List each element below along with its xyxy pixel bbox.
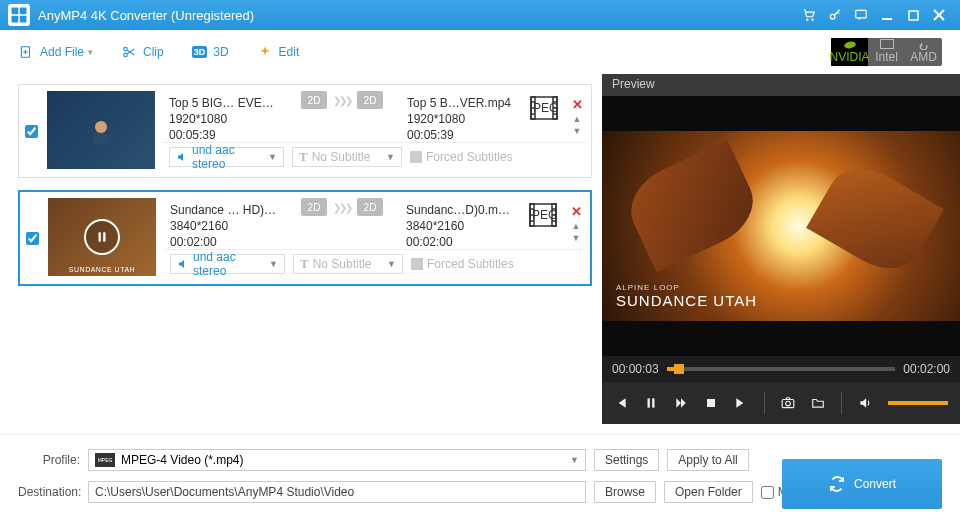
svg-point-5 <box>812 19 813 20</box>
remove-icon[interactable]: ✕ <box>572 97 583 112</box>
apply-all-button[interactable]: Apply to All <box>667 449 748 471</box>
item-checkbox[interactable] <box>25 125 38 138</box>
preview-panel: Preview ALPINE LOOP SUNDANCE UTAH 00:00:… <box>602 74 960 424</box>
destination-input[interactable] <box>88 481 586 503</box>
add-file-button[interactable]: Add File ▾ <box>18 44 93 60</box>
clip-label: Clip <box>143 45 164 59</box>
file-list: Top 5 BIG… EVER.MP4 1920*1080 00:05:39 2… <box>0 74 602 424</box>
subtitle-icon: T <box>300 256 309 272</box>
svg-rect-16 <box>93 133 109 145</box>
clip-button[interactable]: Clip <box>121 44 164 60</box>
audio-select[interactable]: und aac stereo ▼ <box>170 254 285 274</box>
move-down-icon[interactable]: ▼ <box>573 126 582 136</box>
svg-point-14 <box>124 53 128 57</box>
speaker-icon <box>177 258 189 270</box>
key-icon[interactable] <box>822 2 848 28</box>
titlebar: AnyMP4 4K Converter (Unregistered) <box>0 0 960 30</box>
nvidia-badge[interactable]: NVIDIA <box>831 38 868 66</box>
svg-rect-41 <box>707 399 715 407</box>
amd-badge[interactable]: AMD <box>905 38 942 66</box>
svg-point-6 <box>830 14 835 19</box>
prev-button[interactable] <box>614 396 628 410</box>
edit-button[interactable]: Edit <box>257 44 300 60</box>
thumbnail[interactable] <box>47 91 155 169</box>
snapshot-button[interactable] <box>781 396 795 410</box>
format-icon[interactable]: MPEG4 <box>529 95 559 121</box>
svg-rect-40 <box>652 398 654 407</box>
mpeg-icon <box>95 453 115 467</box>
pause-button[interactable] <box>644 396 658 410</box>
app-title: AnyMP4 4K Converter (Unregistered) <box>38 8 796 23</box>
hw-accel-badges: NVIDIA Intel AMD <box>831 38 942 66</box>
edit-label: Edit <box>279 45 300 59</box>
convert-button[interactable]: Convert <box>782 459 942 509</box>
dest-info: Top 5 B…VER.mp4 1920*1080 00:05:39 <box>401 91 521 147</box>
svg-text:MPEG4: MPEG4 <box>530 101 558 115</box>
move-up-icon[interactable]: ▲ <box>573 114 582 124</box>
svg-point-4 <box>807 19 808 20</box>
open-folder-button[interactable]: Open Folder <box>664 481 753 503</box>
volume-slider[interactable] <box>888 401 948 405</box>
list-item[interactable]: SUNDANCE UTAH Sundance … HD)0.avi 3840*2… <box>18 190 592 286</box>
feedback-icon[interactable] <box>848 2 874 28</box>
svg-rect-3 <box>20 16 27 23</box>
preview-title: Preview <box>602 74 960 96</box>
item-checkbox[interactable] <box>26 232 39 245</box>
thumbnail[interactable]: SUNDANCE UTAH <box>48 198 156 276</box>
app-logo <box>8 4 30 26</box>
sparkle-icon <box>257 44 273 60</box>
remove-icon[interactable]: ✕ <box>571 204 582 219</box>
next-button[interactable] <box>734 396 748 410</box>
2d-badge[interactable]: 2D <box>357 91 383 109</box>
plus-icon <box>18 44 34 60</box>
time-current: 00:00:03 <box>612 362 659 376</box>
play-icon <box>84 219 120 255</box>
forced-subtitles: Forced Subtitles <box>410 150 513 164</box>
subtitle-select[interactable]: T No Subtitle ▼ <box>293 254 403 274</box>
subtitle-icon: T <box>299 149 308 165</box>
convert-icon <box>828 475 846 493</box>
2d-badge[interactable]: 2D <box>301 198 327 216</box>
toolbar: Add File ▾ Clip 3D 3D Edit NVIDIA Intel … <box>0 30 960 74</box>
svg-rect-28 <box>103 232 105 241</box>
snapshot-folder-button[interactable] <box>811 396 825 410</box>
maximize-button[interactable] <box>900 2 926 28</box>
profile-select[interactable]: MPEG-4 Video (*.mp4) ▼ <box>88 449 586 471</box>
profile-label: Profile: <box>18 453 80 467</box>
svg-rect-1 <box>20 8 27 15</box>
audio-select[interactable]: und aac stereo ▼ <box>169 147 284 167</box>
3d-button[interactable]: 3D 3D <box>192 45 229 59</box>
2d-badge[interactable]: 2D <box>301 91 327 109</box>
volume-icon[interactable] <box>858 396 872 410</box>
svg-point-43 <box>786 401 791 406</box>
list-item[interactable]: Top 5 BIG… EVER.MP4 1920*1080 00:05:39 2… <box>18 84 592 178</box>
cart-icon[interactable] <box>796 2 822 28</box>
arrow-icon: ❯❯❯ <box>333 95 351 106</box>
timeline-slider[interactable] <box>667 367 896 371</box>
fast-forward-button[interactable] <box>674 396 688 410</box>
settings-button[interactable]: Settings <box>594 449 659 471</box>
preview-video[interactable]: ALPINE LOOP SUNDANCE UTAH <box>602 96 960 356</box>
svg-point-13 <box>124 47 128 51</box>
intel-badge[interactable]: Intel <box>868 38 905 66</box>
3d-label: 3D <box>213 45 228 59</box>
destination-label: Destination: <box>18 485 80 499</box>
svg-rect-0 <box>12 8 19 15</box>
2d-badge[interactable]: 2D <box>357 198 383 216</box>
stop-button[interactable] <box>704 397 718 409</box>
close-button[interactable] <box>926 2 952 28</box>
svg-text:MPEG4: MPEG4 <box>529 208 557 222</box>
browse-button[interactable]: Browse <box>594 481 656 503</box>
add-file-label: Add File <box>40 45 84 59</box>
dest-info: Sundanc…D)0.mp4 3840*2160 00:02:00 <box>400 198 520 254</box>
arrow-icon: ❯❯❯ <box>333 202 351 213</box>
3d-icon: 3D <box>192 46 208 58</box>
subtitle-select[interactable]: T No Subtitle ▼ <box>292 147 402 167</box>
move-down-icon[interactable]: ▼ <box>572 233 581 243</box>
speaker-icon <box>176 151 188 163</box>
minimize-button[interactable] <box>874 2 900 28</box>
svg-rect-39 <box>648 398 650 407</box>
source-info: Top 5 BIG… EVER.MP4 1920*1080 00:05:39 <box>163 91 283 147</box>
move-up-icon[interactable]: ▲ <box>572 221 581 231</box>
format-icon[interactable]: MPEG4 <box>528 202 558 228</box>
